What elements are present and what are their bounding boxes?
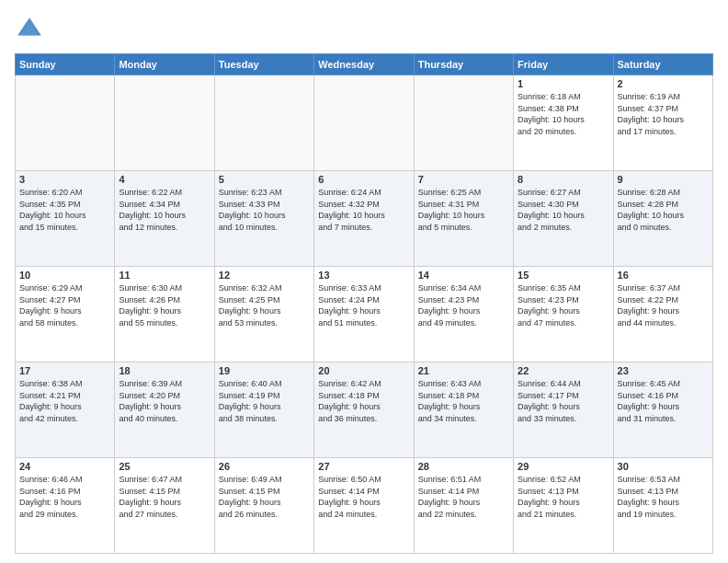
calendar-cell: 12Sunrise: 6:32 AM Sunset: 4:25 PM Dayli… — [214, 267, 313, 362]
calendar-cell — [314, 75, 414, 171]
day-info: Sunrise: 6:34 AM Sunset: 4:23 PM Dayligh… — [418, 282, 509, 328]
calendar-day-header: Tuesday — [214, 54, 313, 75]
day-info: Sunrise: 6:39 AM Sunset: 4:20 PM Dayligh… — [119, 378, 210, 424]
calendar-cell: 4Sunrise: 6:22 AM Sunset: 4:34 PM Daylig… — [115, 171, 214, 267]
day-number: 23 — [618, 365, 709, 376]
day-number: 21 — [418, 365, 509, 376]
calendar-day-header: Thursday — [414, 54, 513, 75]
calendar-cell: 2Sunrise: 6:19 AM Sunset: 4:37 PM Daylig… — [613, 75, 712, 171]
calendar-cell — [115, 75, 214, 171]
calendar-cell: 20Sunrise: 6:42 AM Sunset: 4:18 PM Dayli… — [314, 362, 414, 458]
day-number: 2 — [618, 78, 709, 89]
day-info: Sunrise: 6:25 AM Sunset: 4:31 PM Dayligh… — [418, 187, 509, 233]
logo — [15, 15, 48, 44]
day-number: 6 — [318, 174, 409, 185]
day-number: 7 — [418, 174, 509, 185]
calendar-cell: 1Sunrise: 6:18 AM Sunset: 4:38 PM Daylig… — [514, 75, 613, 171]
calendar-cell: 26Sunrise: 6:49 AM Sunset: 4:15 PM Dayli… — [214, 458, 313, 554]
day-number: 8 — [518, 174, 609, 185]
calendar-day-header: Monday — [115, 54, 214, 75]
calendar-cell — [414, 75, 513, 171]
day-number: 4 — [119, 174, 210, 185]
day-number: 13 — [318, 270, 409, 281]
day-info: Sunrise: 6:35 AM Sunset: 4:23 PM Dayligh… — [518, 282, 609, 328]
day-info: Sunrise: 6:37 AM Sunset: 4:22 PM Dayligh… — [618, 282, 709, 328]
day-number: 19 — [219, 365, 310, 376]
day-number: 17 — [19, 365, 110, 376]
day-info: Sunrise: 6:47 AM Sunset: 4:15 PM Dayligh… — [119, 474, 210, 520]
calendar-day-header: Friday — [514, 54, 613, 75]
day-info: Sunrise: 6:42 AM Sunset: 4:18 PM Dayligh… — [318, 378, 409, 424]
day-number: 30 — [618, 461, 709, 472]
day-info: Sunrise: 6:23 AM Sunset: 4:33 PM Dayligh… — [219, 187, 310, 233]
calendar-cell: 27Sunrise: 6:50 AM Sunset: 4:14 PM Dayli… — [314, 458, 414, 554]
day-number: 18 — [119, 365, 210, 376]
day-info: Sunrise: 6:22 AM Sunset: 4:34 PM Dayligh… — [119, 187, 210, 233]
calendar-cell: 17Sunrise: 6:38 AM Sunset: 4:21 PM Dayli… — [16, 362, 115, 458]
day-info: Sunrise: 6:50 AM Sunset: 4:14 PM Dayligh… — [318, 474, 409, 520]
calendar-cell: 30Sunrise: 6:53 AM Sunset: 4:13 PM Dayli… — [613, 458, 712, 554]
day-number: 15 — [518, 270, 609, 281]
calendar-cell: 18Sunrise: 6:39 AM Sunset: 4:20 PM Dayli… — [115, 362, 214, 458]
day-info: Sunrise: 6:19 AM Sunset: 4:37 PM Dayligh… — [618, 91, 709, 137]
day-info: Sunrise: 6:20 AM Sunset: 4:35 PM Dayligh… — [19, 187, 110, 233]
day-number: 11 — [119, 270, 210, 281]
day-number: 16 — [618, 270, 709, 281]
calendar-day-header: Sunday — [16, 54, 115, 75]
day-info: Sunrise: 6:33 AM Sunset: 4:24 PM Dayligh… — [318, 282, 409, 328]
calendar-cell — [16, 75, 115, 171]
calendar-cell: 9Sunrise: 6:28 AM Sunset: 4:28 PM Daylig… — [613, 171, 712, 267]
calendar-cell: 16Sunrise: 6:37 AM Sunset: 4:22 PM Dayli… — [613, 267, 712, 362]
day-number: 29 — [518, 461, 609, 472]
calendar-cell: 28Sunrise: 6:51 AM Sunset: 4:14 PM Dayli… — [414, 458, 513, 554]
day-info: Sunrise: 6:52 AM Sunset: 4:13 PM Dayligh… — [518, 474, 609, 520]
day-info: Sunrise: 6:51 AM Sunset: 4:14 PM Dayligh… — [418, 474, 509, 520]
calendar-cell: 21Sunrise: 6:43 AM Sunset: 4:18 PM Dayli… — [414, 362, 513, 458]
calendar-cell: 23Sunrise: 6:45 AM Sunset: 4:16 PM Dayli… — [613, 362, 712, 458]
day-number: 22 — [518, 365, 609, 376]
page: SundayMondayTuesdayWednesdayThursdayFrid… — [0, 0, 728, 563]
day-number: 20 — [318, 365, 409, 376]
day-info: Sunrise: 6:29 AM Sunset: 4:27 PM Dayligh… — [19, 282, 110, 328]
day-number: 1 — [518, 78, 609, 89]
day-info: Sunrise: 6:49 AM Sunset: 4:15 PM Dayligh… — [219, 474, 310, 520]
day-number: 28 — [418, 461, 509, 472]
day-info: Sunrise: 6:44 AM Sunset: 4:17 PM Dayligh… — [518, 378, 609, 424]
calendar-week-row: 10Sunrise: 6:29 AM Sunset: 4:27 PM Dayli… — [16, 267, 713, 362]
calendar-cell: 6Sunrise: 6:24 AM Sunset: 4:32 PM Daylig… — [314, 171, 414, 267]
day-number: 9 — [618, 174, 709, 185]
calendar-cell: 10Sunrise: 6:29 AM Sunset: 4:27 PM Dayli… — [16, 267, 115, 362]
day-info: Sunrise: 6:53 AM Sunset: 4:13 PM Dayligh… — [618, 474, 709, 520]
calendar-cell: 13Sunrise: 6:33 AM Sunset: 4:24 PM Dayli… — [314, 267, 414, 362]
day-info: Sunrise: 6:28 AM Sunset: 4:28 PM Dayligh… — [618, 187, 709, 233]
day-number: 12 — [219, 270, 310, 281]
calendar-week-row: 17Sunrise: 6:38 AM Sunset: 4:21 PM Dayli… — [16, 362, 713, 458]
calendar-cell: 29Sunrise: 6:52 AM Sunset: 4:13 PM Dayli… — [514, 458, 613, 554]
calendar-cell: 22Sunrise: 6:44 AM Sunset: 4:17 PM Dayli… — [514, 362, 613, 458]
day-info: Sunrise: 6:40 AM Sunset: 4:19 PM Dayligh… — [219, 378, 310, 424]
calendar-cell: 14Sunrise: 6:34 AM Sunset: 4:23 PM Dayli… — [414, 267, 513, 362]
calendar-cell: 25Sunrise: 6:47 AM Sunset: 4:15 PM Dayli… — [115, 458, 214, 554]
day-number: 25 — [119, 461, 210, 472]
day-info: Sunrise: 6:24 AM Sunset: 4:32 PM Dayligh… — [318, 187, 409, 233]
day-number: 14 — [418, 270, 509, 281]
calendar-week-row: 3Sunrise: 6:20 AM Sunset: 4:35 PM Daylig… — [16, 171, 713, 267]
calendar-week-row: 1Sunrise: 6:18 AM Sunset: 4:38 PM Daylig… — [16, 75, 713, 171]
day-info: Sunrise: 6:18 AM Sunset: 4:38 PM Dayligh… — [518, 91, 609, 137]
day-info: Sunrise: 6:43 AM Sunset: 4:18 PM Dayligh… — [418, 378, 509, 424]
calendar-cell: 11Sunrise: 6:30 AM Sunset: 4:26 PM Dayli… — [115, 267, 214, 362]
day-number: 3 — [19, 174, 110, 185]
calendar-table: SundayMondayTuesdayWednesdayThursdayFrid… — [15, 53, 713, 554]
day-info: Sunrise: 6:38 AM Sunset: 4:21 PM Dayligh… — [19, 378, 110, 424]
day-number: 10 — [19, 270, 110, 281]
header — [15, 15, 713, 44]
calendar-cell: 7Sunrise: 6:25 AM Sunset: 4:31 PM Daylig… — [414, 171, 513, 267]
calendar-cell: 8Sunrise: 6:27 AM Sunset: 4:30 PM Daylig… — [514, 171, 613, 267]
calendar-cell: 24Sunrise: 6:46 AM Sunset: 4:16 PM Dayli… — [16, 458, 115, 554]
day-info: Sunrise: 6:27 AM Sunset: 4:30 PM Dayligh… — [518, 187, 609, 233]
day-info: Sunrise: 6:45 AM Sunset: 4:16 PM Dayligh… — [618, 378, 709, 424]
day-number: 24 — [19, 461, 110, 472]
day-number: 26 — [219, 461, 310, 472]
calendar-header-row: SundayMondayTuesdayWednesdayThursdayFrid… — [16, 54, 713, 75]
calendar-week-row: 24Sunrise: 6:46 AM Sunset: 4:16 PM Dayli… — [16, 458, 713, 554]
